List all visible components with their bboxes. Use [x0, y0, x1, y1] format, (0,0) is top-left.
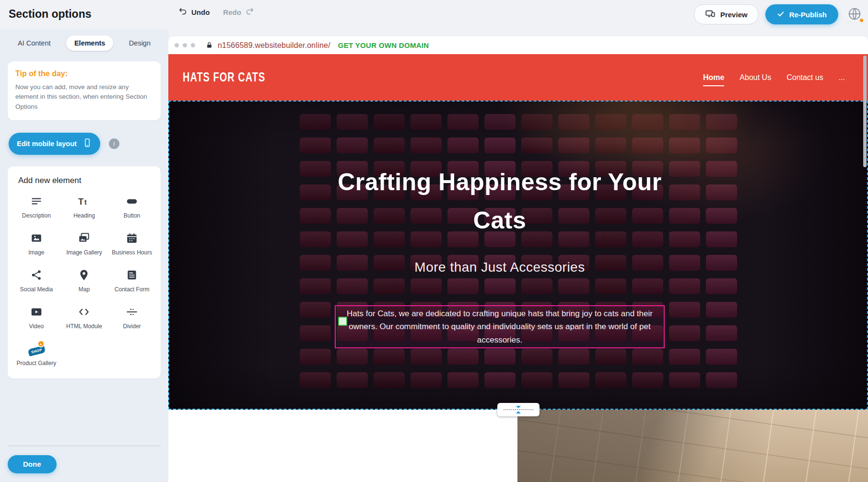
element-label: Social Media: [20, 286, 53, 293]
selected-paragraph-box[interactable]: Hats for Cats, we are dedicated to craft…: [335, 305, 665, 348]
add-element-card: Add new element DescriptionTtHeadingButt…: [8, 166, 161, 379]
language-globe-button[interactable]: [845, 5, 864, 24]
tab-design[interactable]: Design: [121, 35, 159, 51]
element-label: Image Gallery: [66, 249, 102, 256]
lock-icon: [206, 42, 213, 49]
add-element-product-gallery[interactable]: SHOP▲Product Gallery: [12, 342, 60, 367]
heading-icon: Tt: [76, 194, 92, 208]
undo-button[interactable]: Undo: [178, 7, 210, 17]
add-element-business-hours[interactable]: Business Hours: [108, 231, 156, 256]
add-element-image[interactable]: Image: [12, 231, 60, 256]
nav-item-home[interactable]: Home: [703, 73, 724, 82]
element-label: Divider: [123, 323, 141, 330]
element-label: Heading: [73, 212, 95, 219]
contact-form-icon: [124, 268, 140, 282]
add-element-map[interactable]: Map: [60, 268, 108, 293]
scrollbar-thumb[interactable]: [863, 56, 867, 167]
editor-canvas: n1566589.websitebuilder.online/ GET YOUR…: [168, 29, 868, 482]
add-element-html-module[interactable]: HTML Module: [60, 305, 108, 330]
add-element-social-media[interactable]: Social Media: [12, 268, 60, 293]
video-icon: [29, 305, 44, 319]
done-button[interactable]: Done: [8, 455, 57, 473]
devices-icon: [705, 9, 716, 21]
tab-ai-content[interactable]: AI Content: [10, 35, 59, 51]
preview-button[interactable]: Preview: [694, 4, 759, 24]
element-label: HTML Module: [66, 323, 102, 330]
product-gallery-icon: SHOP▲: [29, 342, 44, 356]
window-dots: [175, 43, 195, 47]
next-section[interactable]: [168, 410, 868, 482]
html-module-icon: [76, 305, 92, 319]
undo-icon: [178, 7, 188, 17]
phone-icon: [82, 138, 92, 149]
republish-label: Re-Publish: [789, 11, 827, 19]
sidebar-tabs: AI ContentElementsDesign: [8, 35, 161, 51]
add-element-contact-form[interactable]: Contact Form: [108, 268, 156, 293]
browser-chrome-bar: n1566589.websitebuilder.online/ GET YOUR…: [168, 36, 868, 54]
hero-section[interactable]: Crafting Happiness for Your Cats More th…: [168, 101, 868, 410]
svg-text:T: T: [79, 196, 84, 206]
element-label: Map: [79, 286, 90, 293]
check-icon: [777, 10, 785, 19]
nav-item-contact-us[interactable]: Contact us: [786, 73, 823, 82]
element-label: Product Gallery: [16, 360, 56, 367]
add-element-image-gallery[interactable]: Image Gallery: [60, 231, 108, 256]
add-element-heading[interactable]: TtHeading: [60, 194, 108, 219]
undo-label: Undo: [191, 8, 210, 16]
preview-label: Preview: [720, 11, 748, 19]
mobile-layout-row: Edit mobile layout i: [8, 133, 161, 155]
page-title: Section options: [9, 8, 92, 21]
history-controls: Undo Redo: [178, 7, 254, 17]
button-icon: [124, 194, 140, 208]
description-icon: [29, 194, 44, 208]
section-resize-handle[interactable]: [497, 403, 540, 416]
element-label: Video: [29, 323, 44, 330]
hero-content: Crafting Happiness for Your Cats More th…: [168, 101, 831, 410]
paving-photo: [517, 410, 868, 482]
social-media-icon: [29, 268, 44, 282]
element-resize-handle[interactable]: [338, 317, 347, 326]
add-element-title: Add new element: [18, 176, 156, 185]
map-icon: [76, 268, 92, 282]
add-element-button[interactable]: Button: [108, 194, 156, 219]
nav-item-more[interactable]: ...: [839, 73, 845, 82]
site-url: n1566589.websitebuilder.online/: [218, 41, 330, 50]
nav-item-about-us[interactable]: About Us: [739, 73, 771, 82]
site-preview: HATS FOR CATS HomeAbout UsContact us... …: [168, 54, 868, 482]
hero-paragraph[interactable]: Hats for Cats, we are dedicated to craft…: [343, 307, 656, 346]
window-dot: [175, 43, 179, 47]
element-label: Description: [22, 212, 51, 219]
hero-heading[interactable]: Crafting Happiness for Your Cats: [337, 163, 663, 240]
hero-subheading[interactable]: More than Just Accessories: [168, 260, 831, 275]
element-grid: DescriptionTtHeadingButtonImageImage Gal…: [12, 194, 156, 367]
notification-dot: [860, 19, 863, 22]
republish-button[interactable]: Re-Publish: [765, 4, 838, 24]
dotted-divider: [504, 409, 533, 410]
sidebar-footer: Done: [8, 446, 161, 482]
section-options-panel: AI ContentElementsDesign Tip of the day:…: [0, 29, 168, 482]
image-gallery-icon: [76, 231, 92, 245]
tip-of-the-day-card: Tip of the day: Now you can add, move an…: [8, 61, 161, 120]
window-dot: [191, 43, 195, 47]
edit-mobile-label: Edit mobile layout: [17, 140, 77, 148]
add-element-divider[interactable]: Divider: [108, 305, 156, 330]
redo-label: Redo: [223, 8, 241, 16]
arrow-up-icon: [516, 411, 521, 413]
info-icon[interactable]: i: [109, 138, 119, 149]
site-header: HATS FOR CATS HomeAbout UsContact us...: [168, 54, 868, 101]
add-element-description[interactable]: Description: [12, 194, 60, 219]
redo-button[interactable]: Redo: [223, 7, 254, 17]
top-toolbar: Section options Undo Redo Preview Re-Pub…: [0, 0, 868, 29]
image-icon: [29, 231, 44, 245]
tab-elements[interactable]: Elements: [66, 35, 113, 51]
arrow-down-icon: [516, 406, 521, 408]
redo-icon: [245, 7, 254, 17]
toolbar-actions: Preview Re-Publish: [694, 4, 864, 24]
divider-icon: [124, 305, 140, 319]
add-element-video[interactable]: Video: [12, 305, 60, 330]
element-label: Button: [124, 212, 141, 219]
get-your-own-domain-link[interactable]: GET YOUR OWN DOMAIN: [338, 41, 429, 49]
edit-mobile-layout-button[interactable]: Edit mobile layout: [9, 133, 100, 155]
site-logo[interactable]: HATS FOR CATS: [183, 70, 265, 85]
tip-body: Now you can add, move and resize any ele…: [15, 82, 153, 112]
